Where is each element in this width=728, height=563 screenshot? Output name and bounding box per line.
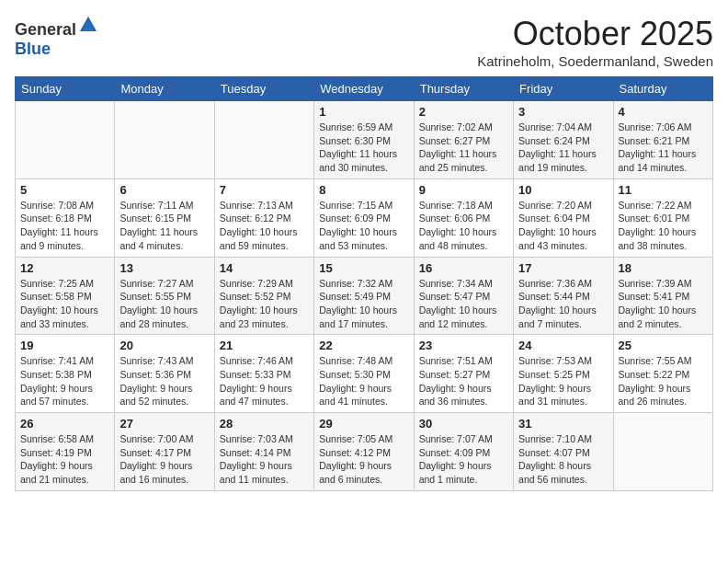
day-number: 21: [220, 339, 309, 352]
day-cell: 18Sunrise: 7:39 AM Sunset: 5:41 PM Dayli…: [613, 257, 712, 335]
day-number: 6: [119, 183, 209, 197]
day-info: Sunrise: 7:25 AM Sunset: 5:58 PM Dayligh…: [20, 277, 109, 331]
day-cell: 23Sunrise: 7:51 AM Sunset: 5:27 PM Dayli…: [414, 335, 513, 413]
day-cell: [613, 413, 712, 491]
logo-blue-text: Blue: [15, 40, 51, 59]
header-row: SundayMondayTuesdayWednesdayThursdayFrid…: [16, 77, 713, 101]
day-cell: 8Sunrise: 7:15 AM Sunset: 6:09 PM Daylig…: [314, 178, 414, 257]
col-header-wednesday: Wednesday: [314, 77, 414, 101]
day-info: Sunrise: 7:36 AM Sunset: 5:44 PM Dayligh…: [518, 277, 608, 331]
col-header-tuesday: Tuesday: [214, 77, 313, 101]
col-header-thursday: Thursday: [414, 77, 513, 101]
day-cell: 29Sunrise: 7:05 AM Sunset: 4:12 PM Dayli…: [314, 413, 414, 491]
day-number: 16: [419, 261, 508, 275]
calendar-body: 1Sunrise: 6:59 AM Sunset: 6:30 PM Daylig…: [16, 101, 713, 491]
day-cell: [115, 101, 214, 179]
day-info: Sunrise: 7:46 AM Sunset: 5:33 PM Dayligh…: [220, 354, 309, 408]
day-info: Sunrise: 7:29 AM Sunset: 5:52 PM Dayligh…: [220, 277, 309, 331]
day-number: 2: [419, 105, 508, 119]
day-cell: 7Sunrise: 7:13 AM Sunset: 6:12 PM Daylig…: [214, 178, 313, 257]
day-number: 29: [319, 417, 408, 431]
day-info: Sunrise: 7:00 AM Sunset: 4:17 PM Dayligh…: [119, 432, 209, 487]
day-cell: 31Sunrise: 7:10 AM Sunset: 4:07 PM Dayli…: [514, 413, 613, 491]
day-cell: 15Sunrise: 7:32 AM Sunset: 5:49 PM Dayli…: [314, 257, 414, 335]
week-row-3: 12Sunrise: 7:25 AM Sunset: 5:58 PM Dayli…: [16, 257, 713, 335]
logo-icon: [78, 15, 98, 35]
day-number: 5: [20, 183, 109, 197]
day-cell: 3Sunrise: 7:04 AM Sunset: 6:24 PM Daylig…: [514, 101, 613, 179]
day-cell: 24Sunrise: 7:53 AM Sunset: 5:25 PM Dayli…: [514, 335, 613, 413]
col-header-monday: Monday: [115, 77, 214, 101]
day-number: 11: [619, 183, 708, 197]
week-row-2: 5Sunrise: 7:08 AM Sunset: 6:18 PM Daylig…: [16, 178, 713, 257]
location-text: Katrineholm, Soedermanland, Sweden: [477, 53, 713, 69]
day-cell: 9Sunrise: 7:18 AM Sunset: 6:06 PM Daylig…: [414, 178, 513, 257]
day-info: Sunrise: 6:58 AM Sunset: 4:19 PM Dayligh…: [20, 432, 109, 487]
day-cell: 6Sunrise: 7:11 AM Sunset: 6:15 PM Daylig…: [115, 178, 214, 257]
day-number: 13: [119, 261, 209, 275]
col-header-friday: Friday: [514, 77, 613, 101]
week-row-4: 19Sunrise: 7:41 AM Sunset: 5:38 PM Dayli…: [16, 335, 713, 413]
day-number: 25: [619, 339, 708, 352]
day-number: 1: [319, 105, 408, 119]
day-number: 17: [518, 261, 608, 275]
day-cell: 17Sunrise: 7:36 AM Sunset: 5:44 PM Dayli…: [514, 257, 613, 335]
day-cell: 1Sunrise: 6:59 AM Sunset: 6:30 PM Daylig…: [314, 101, 414, 179]
day-number: 20: [119, 339, 209, 352]
calendar-table: SundayMondayTuesdayWednesdayThursdayFrid…: [15, 76, 713, 491]
day-cell: 10Sunrise: 7:20 AM Sunset: 6:04 PM Dayli…: [514, 178, 613, 257]
day-number: 26: [20, 417, 109, 431]
day-info: Sunrise: 7:22 AM Sunset: 6:01 PM Dayligh…: [619, 199, 708, 253]
day-info: Sunrise: 7:08 AM Sunset: 6:18 PM Dayligh…: [20, 199, 109, 253]
day-info: Sunrise: 7:15 AM Sunset: 6:09 PM Dayligh…: [319, 199, 408, 253]
day-info: Sunrise: 7:55 AM Sunset: 5:22 PM Dayligh…: [619, 354, 708, 408]
page-header: General Blue October 2025 Katrineholm, S…: [15, 15, 713, 69]
day-cell: 21Sunrise: 7:46 AM Sunset: 5:33 PM Dayli…: [214, 335, 313, 413]
day-info: Sunrise: 7:53 AM Sunset: 5:25 PM Dayligh…: [518, 354, 608, 408]
day-info: Sunrise: 7:06 AM Sunset: 6:21 PM Dayligh…: [619, 121, 708, 175]
day-number: 12: [20, 261, 109, 275]
day-cell: 2Sunrise: 7:02 AM Sunset: 6:27 PM Daylig…: [414, 101, 513, 179]
day-cell: 13Sunrise: 7:27 AM Sunset: 5:55 PM Dayli…: [115, 257, 214, 335]
day-cell: 28Sunrise: 7:03 AM Sunset: 4:14 PM Dayli…: [214, 413, 313, 491]
day-info: Sunrise: 7:32 AM Sunset: 5:49 PM Dayligh…: [319, 277, 408, 331]
day-number: 30: [419, 417, 508, 431]
day-info: Sunrise: 7:48 AM Sunset: 5:30 PM Dayligh…: [319, 354, 408, 408]
day-info: Sunrise: 7:20 AM Sunset: 6:04 PM Dayligh…: [518, 199, 608, 253]
day-info: Sunrise: 7:41 AM Sunset: 5:38 PM Dayligh…: [20, 354, 109, 408]
col-header-saturday: Saturday: [613, 77, 712, 101]
day-cell: 27Sunrise: 7:00 AM Sunset: 4:17 PM Dayli…: [115, 413, 214, 491]
day-number: 15: [319, 261, 408, 275]
day-number: 27: [119, 417, 209, 431]
day-cell: 20Sunrise: 7:43 AM Sunset: 5:36 PM Dayli…: [115, 335, 214, 413]
calendar-header: SundayMondayTuesdayWednesdayThursdayFrid…: [16, 77, 713, 101]
day-info: Sunrise: 7:51 AM Sunset: 5:27 PM Dayligh…: [419, 354, 508, 408]
day-cell: 16Sunrise: 7:34 AM Sunset: 5:47 PM Dayli…: [414, 257, 513, 335]
day-info: Sunrise: 7:34 AM Sunset: 5:47 PM Dayligh…: [419, 277, 508, 331]
day-number: 28: [220, 417, 309, 431]
title-block: October 2025 Katrineholm, Soedermanland,…: [477, 15, 713, 69]
day-cell: 26Sunrise: 6:58 AM Sunset: 4:19 PM Dayli…: [16, 413, 115, 491]
day-info: Sunrise: 7:07 AM Sunset: 4:09 PM Dayligh…: [419, 432, 508, 487]
day-info: Sunrise: 7:43 AM Sunset: 5:36 PM Dayligh…: [119, 354, 209, 408]
day-cell: 14Sunrise: 7:29 AM Sunset: 5:52 PM Dayli…: [214, 257, 313, 335]
day-info: Sunrise: 7:10 AM Sunset: 4:07 PM Dayligh…: [518, 432, 608, 487]
day-number: 9: [419, 183, 508, 197]
day-number: 10: [518, 183, 608, 197]
day-info: Sunrise: 7:03 AM Sunset: 4:14 PM Dayligh…: [220, 432, 309, 487]
day-cell: 12Sunrise: 7:25 AM Sunset: 5:58 PM Dayli…: [16, 257, 115, 335]
day-cell: 5Sunrise: 7:08 AM Sunset: 6:18 PM Daylig…: [16, 178, 115, 257]
day-number: 14: [220, 261, 309, 275]
logo-general-text: General: [15, 20, 76, 40]
day-number: 8: [319, 183, 408, 197]
day-number: 31: [518, 417, 608, 431]
day-info: Sunrise: 7:05 AM Sunset: 4:12 PM Dayligh…: [319, 432, 408, 487]
day-number: 19: [20, 339, 109, 352]
day-cell: 11Sunrise: 7:22 AM Sunset: 6:01 PM Dayli…: [613, 178, 712, 257]
day-info: Sunrise: 6:59 AM Sunset: 6:30 PM Dayligh…: [319, 121, 408, 175]
day-info: Sunrise: 7:18 AM Sunset: 6:06 PM Dayligh…: [419, 199, 508, 253]
day-number: 7: [220, 183, 309, 197]
day-info: Sunrise: 7:11 AM Sunset: 6:15 PM Dayligh…: [119, 199, 209, 253]
day-number: 4: [619, 105, 708, 119]
day-cell: 25Sunrise: 7:55 AM Sunset: 5:22 PM Dayli…: [613, 335, 712, 413]
